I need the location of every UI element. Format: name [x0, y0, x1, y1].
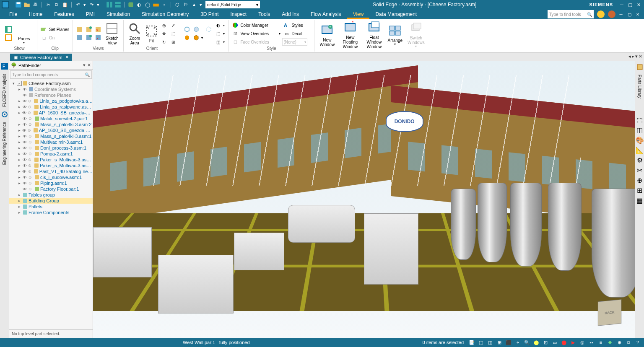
expand-icon[interactable]: ▸ [18, 158, 23, 162]
display-icon[interactable]: ⊙ [29, 122, 34, 127]
qat-icon-e[interactable]: ◯ [144, 1, 151, 8]
emoji-status-yellow-icon[interactable] [597, 10, 605, 18]
qat-icon-j[interactable]: ▲ [190, 1, 198, 8]
visibility-icon[interactable]: 👁 [23, 140, 28, 145]
visibility-icon[interactable]: 👁 [23, 187, 28, 192]
redo-icon[interactable]: ↷ [88, 1, 95, 8]
checkbox[interactable]: ✓ [17, 81, 22, 86]
views-icon-4[interactable] [85, 34, 93, 41]
menu-item-inspect[interactable]: Inspect [225, 10, 253, 19]
qat-icon-d[interactable]: ◐ [135, 1, 143, 8]
status-icon[interactable]: ⬛ [505, 339, 512, 346]
render-icon-1[interactable] [183, 26, 191, 33]
new-floating-window-button[interactable]: *New Floating Window [338, 21, 362, 49]
tree-node[interactable]: ▸👁⊙Pompa-2.asm:1 [9, 151, 93, 157]
zoom-area-button[interactable]: Zoom Area [126, 22, 143, 45]
parts-library-icon[interactable] [636, 64, 643, 70]
view-overrides-button[interactable]: ☑View Overrides▾ [231, 30, 281, 37]
display-icon[interactable]: ⊙ [28, 128, 32, 132]
status-icon[interactable]: ⊕ [615, 339, 623, 346]
menu-item-data-management[interactable]: Data Management [369, 10, 423, 19]
status-icon[interactable]: ? [634, 339, 641, 346]
status-icon[interactable]: ⚏ [588, 339, 595, 346]
set-planes-button[interactable]: Set Planes [40, 26, 70, 33]
expand-icon[interactable]: ▸ [18, 111, 22, 115]
expand-icon[interactable]: ▸ [18, 205, 23, 209]
tree-node[interactable]: ▸Building Group [9, 198, 93, 204]
visibility-icon[interactable]: 👁 [22, 169, 27, 174]
panes-button[interactable]: Panes▾ [13, 22, 34, 45]
print-icon[interactable]: 🖶 [31, 1, 39, 8]
tree-node[interactable]: ▸👁⊙Masa_s_palo4ki-3.asm:2 [9, 122, 93, 127]
switch-windows-button[interactable]: Switch Windows▾ [405, 21, 427, 49]
visibility-icon[interactable]: 👁 [23, 181, 28, 186]
orient-icon-5[interactable]: ⬚ [169, 30, 177, 37]
tree-node[interactable]: ▸👁⊙Paker_s_Multivac-3.asm:1 [9, 157, 93, 163]
tree-node[interactable]: 👁Reference Planes [9, 92, 93, 98]
visibility-icon[interactable]: 👁 [22, 128, 27, 133]
app-logo-icon[interactable] [2, 1, 9, 8]
eng-ref-icon[interactable] [1, 111, 8, 118]
visibility-icon[interactable]: 👁 [23, 87, 28, 92]
tree-node[interactable]: ▸👁⊙Paker_s_Multivac-3.asm:2 [9, 163, 93, 168]
views-icon-5[interactable]: x [94, 26, 102, 33]
tree-node[interactable]: ▸👁⊙Past_VT_40-katalog-nez.as [9, 168, 93, 174]
render-icon-6[interactable] [205, 34, 213, 41]
tab-next-button[interactable]: ▸ [632, 54, 634, 59]
qat-drop-icon[interactable]: ▾ [199, 1, 203, 8]
sketch-view-button[interactable]: Sketch View [103, 22, 121, 45]
3d-viewport[interactable]: DONIDO BACK [93, 61, 635, 338]
color-manager-button[interactable]: Color Manager [231, 21, 281, 29]
status-icon[interactable]: ⌖ [514, 339, 522, 346]
visibility-icon[interactable]: 👁 [23, 152, 28, 156]
status-icon[interactable]: ◫ [486, 339, 494, 346]
left-rail-tab-floefd[interactable]: FLOEFD Analysis [2, 72, 7, 109]
status-icon[interactable]: ⬤ [560, 339, 568, 346]
status-icon[interactable]: ▶ [569, 339, 577, 346]
tree-node[interactable]: ▸👁⊙cis_i_sudowe.asm:1 [9, 174, 93, 180]
restore-button[interactable]: ▢ [626, 1, 634, 8]
visibility-icon[interactable]: 👁 [23, 122, 28, 127]
display-icon[interactable]: ⊙ [29, 175, 34, 179]
tab-list-button[interactable]: ▾ [635, 54, 638, 59]
tree-node[interactable]: ▸👁⊙Doni_process-3.asm:1 [9, 145, 93, 151]
tab-close-button[interactable]: ✕ [639, 54, 642, 59]
display-icon[interactable]: ⊙ [29, 152, 34, 156]
display-icon[interactable]: ⊙ [29, 187, 34, 191]
tree-node[interactable]: ▸👁⊙Linia_za_rasipwane.asm:1 [9, 104, 93, 110]
display-icon[interactable]: ⊙ [29, 134, 34, 138]
menu-item-flow-analysis[interactable]: Flow Analysis [305, 10, 347, 19]
display-icon[interactable]: ⊙ [28, 99, 33, 103]
display-icon[interactable]: ⊙ [28, 111, 32, 115]
right-tool-1[interactable]: ⬚ [636, 117, 643, 124]
doc-restore-button[interactable]: ▢ [626, 11, 632, 17]
tree-node[interactable]: ▸👁⊙Linia_za_podgotowka.asm: [9, 98, 93, 104]
qat-icon-g[interactable]: ▫ [161, 1, 168, 8]
fit-button[interactable]: Fit [144, 24, 159, 43]
document-tab[interactable]: ▣ Cheese Factory.asm ✕ [10, 54, 72, 61]
tree-node[interactable]: ▸Pallets [9, 204, 93, 210]
tree-node[interactable]: ▸👁Coordinate Systems [9, 86, 93, 92]
right-tool-5[interactable]: ⚙ [636, 157, 643, 164]
render-icon-7[interactable]: ◐▾ [214, 21, 226, 29]
qat-icon-f[interactable] [152, 1, 160, 8]
menu-item-view[interactable]: View [347, 10, 370, 19]
right-tool-9[interactable]: ▦ [636, 197, 643, 204]
menu-item-file[interactable]: File [3, 10, 23, 19]
right-tool-2[interactable]: ◫ [636, 127, 643, 134]
tree-node[interactable]: ▸👁⊙Masa_s_palo4ki-3.asm:1 [9, 133, 93, 139]
undo-drop-icon[interactable]: ▾ [83, 1, 87, 8]
redo-drop-icon[interactable]: ▾ [96, 1, 100, 8]
expand-icon[interactable]: ▾ [13, 81, 17, 85]
orient-icon-3[interactable]: ↻ [160, 38, 168, 46]
right-tool-6[interactable]: ✂ [636, 167, 643, 174]
pathfinder-search-input[interactable]: Type to find components 🔍 [10, 70, 92, 79]
menu-item-pmi[interactable]: PMI [80, 10, 101, 19]
expand-icon[interactable]: ▸ [18, 99, 23, 103]
arrange-button[interactable]: Arrange▾ [386, 24, 404, 47]
display-icon[interactable]: ⊙ [29, 117, 34, 121]
display-icon[interactable]: ⊙ [29, 181, 34, 185]
expand-icon[interactable]: ▸ [18, 134, 23, 138]
tree-node[interactable]: ▸Tables group [9, 192, 93, 198]
expand-icon[interactable]: ▸ [18, 87, 23, 91]
